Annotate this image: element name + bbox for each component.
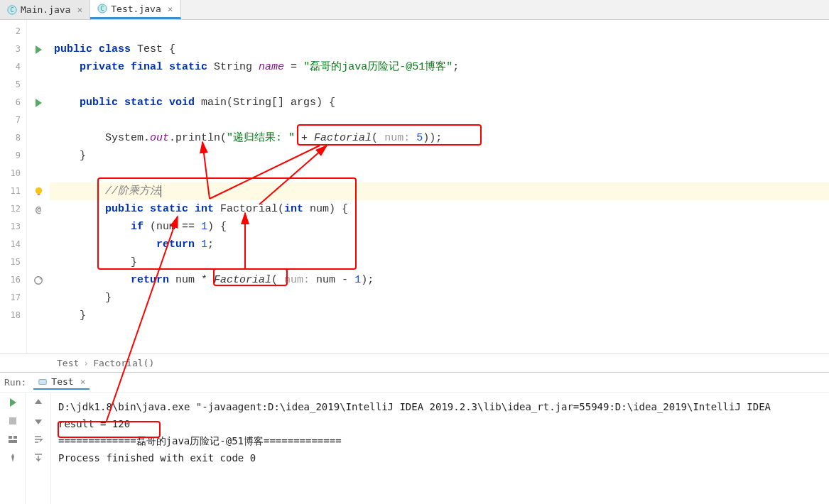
tab-label: Test.java (111, 4, 161, 14)
svg-rect-11 (9, 417, 16, 424)
lightbulb-icon[interactable] (33, 186, 44, 197)
console-line: result = 120 (58, 415, 822, 432)
close-icon[interactable]: × (80, 376, 86, 387)
svg-rect-9 (39, 379, 47, 384)
recursive-call-icon (33, 275, 43, 285)
pin-icon[interactable] (7, 452, 18, 464)
svg-text:C: C (101, 5, 104, 12)
run-header: Run: Test × (0, 373, 829, 393)
java-class-icon: C (7, 5, 17, 15)
java-class-icon: C (97, 4, 107, 13)
console-output[interactable]: D:\jdk1.8\bin\java.exe "-javaagent:D:\id… (51, 393, 829, 504)
run-label: Run: (4, 377, 26, 388)
run-toolbar-left (0, 393, 26, 504)
console-line: =============磊哥的java历险记-@51博客===========… (58, 432, 822, 449)
down-icon[interactable] (33, 415, 44, 427)
svg-marker-5 (36, 99, 42, 107)
tab-test-java[interactable]: C Test.java × (90, 0, 180, 19)
svg-text:C: C (10, 6, 13, 13)
tab-main-java[interactable]: C Main.java × (0, 0, 90, 19)
console-line: D:\jdk1.8\bin\java.exe "-javaagent:D:\id… (58, 398, 822, 415)
close-icon[interactable]: × (77, 4, 82, 15)
rerun-icon[interactable] (7, 397, 18, 408)
breadcrumb: Test › Factorial() (0, 354, 829, 372)
run-panel: Run: Test × D:\jdk1.8\bin\java.exe "-jav… (0, 372, 829, 504)
run-tab[interactable]: Test × (33, 375, 90, 390)
soft-wrap-icon[interactable] (33, 434, 44, 445)
run-icon[interactable] (33, 44, 44, 55)
breadcrumb-method[interactable]: Factorial() (93, 358, 154, 368)
tab-label: Main.java (21, 4, 70, 15)
run-toolbar-left2 (26, 393, 51, 504)
close-icon[interactable]: × (168, 4, 173, 14)
chevron-right-icon: › (83, 358, 89, 368)
svg-marker-10 (10, 398, 16, 407)
svg-point-6 (35, 187, 41, 194)
editor: 23456789101112131415161718 @ public clas… (0, 20, 829, 354)
svg-rect-12 (9, 436, 12, 439)
console-line: Process finished with exit code 0 (58, 449, 822, 466)
svg-rect-7 (37, 194, 40, 195)
scroll-end-icon[interactable] (33, 452, 44, 464)
breadcrumb-class[interactable]: Test (57, 358, 79, 368)
layout-icon[interactable] (7, 434, 18, 445)
gutter-icons: @ (27, 20, 50, 354)
svg-rect-13 (13, 436, 17, 439)
line-number-gutter: 23456789101112131415161718 (0, 20, 27, 354)
code-area[interactable]: public class Test { private final static… (50, 20, 829, 354)
svg-rect-14 (9, 440, 17, 443)
svg-marker-4 (36, 45, 42, 54)
recursive-icon: @ (36, 204, 41, 214)
editor-tabs: C Main.java × C Test.java × (0, 0, 829, 20)
stop-icon[interactable] (7, 415, 18, 427)
run-icon[interactable] (33, 97, 44, 109)
run-config-icon (38, 377, 48, 387)
up-icon[interactable] (33, 397, 44, 408)
